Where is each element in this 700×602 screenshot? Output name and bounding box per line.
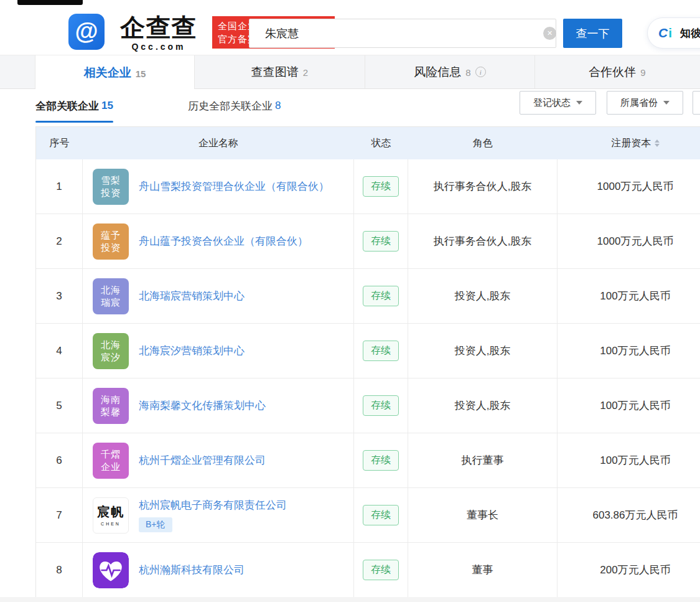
logo-line1: 北海 <box>101 284 121 296</box>
logo-glyph: @ <box>75 19 98 43</box>
company-cell: 蕴予投资舟山蕴予投资合伙企业（有限合伙） <box>83 214 354 268</box>
status-badge: 存续 <box>363 341 399 361</box>
header-status: 状态 <box>354 137 408 150</box>
tab-count: 2 <box>303 67 308 78</box>
capital-cell: 200万元人民币 <box>558 543 700 597</box>
clear-search-icon[interactable]: ✕ <box>543 27 556 40</box>
site-header: @ 企查查 Qcc.com 全国企业信用查询系统 官方备案企业征信机构 ✕ 查一… <box>0 5 700 55</box>
company-cell: 雪梨投资舟山雪梨投资管理合伙企业（有限合伙） <box>83 159 354 214</box>
company-link[interactable]: 北海宸汐营销策划中心 <box>139 344 245 358</box>
qcc-logo-icon[interactable]: @ <box>68 14 105 50</box>
role-cell: 董事长 <box>408 488 558 542</box>
company-link[interactable]: 杭州千熠企业管理有限公司 <box>139 453 266 468</box>
subtab-label: 历史全部关联企业 <box>188 99 273 113</box>
table-body: 1雪梨投资舟山雪梨投资管理合伙企业（有限合伙）存续执行事务合伙人,股东1000万… <box>36 159 700 598</box>
search-input[interactable] <box>249 19 556 48</box>
index-cell: 3 <box>36 269 83 323</box>
subtab-history-related[interactable]: 历史全部关联企业 8 <box>188 89 281 123</box>
assistant-ci-icon: Ci <box>655 23 675 43</box>
active-underline <box>35 121 113 123</box>
status-cell: 存续 <box>354 324 408 378</box>
tab-count: 8 <box>465 67 470 78</box>
capital-cell: 100万元人民币 <box>558 324 700 378</box>
role-cell: 投资人,股东 <box>408 324 558 378</box>
tab-related-companies[interactable]: 相关企业 15 <box>35 55 195 90</box>
companies-table: 序号 企业名称 状态 角色 注册资本 1雪梨投资舟山雪梨投资管理合伙企业（有限合… <box>35 126 700 598</box>
status-badge: 存续 <box>363 286 399 306</box>
tabbar-spacer <box>0 55 35 88</box>
table-row: 4北海宸汐北海宸汐营销策划中心存续投资人,股东100万元人民币 <box>36 324 700 379</box>
capital-cell: 1000万元人民币 <box>558 159 700 214</box>
brand[interactable]: 企查查 Qcc.com <box>112 14 205 52</box>
tab-label: 查查图谱 <box>251 64 299 80</box>
table-row: 5海南梨馨海南梨馨文化传播策划中心存续投资人,股东100万元人民币 <box>36 379 700 433</box>
table-row: 6千熠企业杭州千熠企业管理有限公司存续执行董事100万元人民币 <box>36 433 700 488</box>
company-link[interactable]: 杭州瀚斯科技有限公司 <box>139 563 245 577</box>
company-link[interactable]: 舟山蕴予投资合伙企业（有限合伙） <box>139 234 308 248</box>
capital-cell: 1000万元人民币 <box>558 214 700 268</box>
status-cell: 存续 <box>354 488 408 542</box>
logo-line1: 北海 <box>101 339 121 351</box>
subtab-all-related[interactable]: 全部关联企业 15 <box>35 89 113 123</box>
header-index: 序号 <box>36 137 83 150</box>
company-cell: 千熠企业杭州千熠企业管理有限公司 <box>83 433 354 487</box>
index-cell: 6 <box>36 433 83 487</box>
company-link[interactable]: 舟山雪梨投资管理合伙企业（有限合伙） <box>139 179 329 194</box>
status-cell: 存续 <box>354 159 408 214</box>
tab-risk-info[interactable]: 风险信息 8 i <box>365 55 535 88</box>
logo-line2: 瑞宸 <box>101 296 121 309</box>
tab-partners[interactable]: 合作伙伴 9 <box>535 55 699 88</box>
company-link[interactable]: 杭州宸帆电子商务有限责任公司 <box>139 498 287 512</box>
company-logo: 蕴予投资 <box>93 223 129 260</box>
company-cell: 宸帆CHEN杭州宸帆电子商务有限责任公司B+轮 <box>83 488 354 542</box>
company-logo-heart-icon <box>93 552 129 588</box>
funding-round-badge[interactable]: B+轮 <box>139 517 172 532</box>
index-cell: 4 <box>36 324 83 378</box>
filter-label: 登记状态 <box>533 97 571 109</box>
company-cell: 海南梨馨海南梨馨文化传播策划中心 <box>83 379 354 433</box>
table-row: 8杭州瀚斯科技有限公司存续董事200万元人民币 <box>36 543 700 598</box>
subtab-label: 全部关联企业 <box>35 99 99 113</box>
capital-cell: 100万元人民币 <box>558 379 700 433</box>
status-badge: 存续 <box>363 395 399 416</box>
tab-count: 15 <box>136 68 146 79</box>
table-header: 序号 企业名称 状态 角色 注册资本 <box>36 127 700 159</box>
table-row: 7宸帆CHEN杭州宸帆电子商务有限责任公司B+轮存续董事长603.86万元人民币 <box>36 488 700 543</box>
tab-label: 风险信息 <box>414 64 461 80</box>
status-cell: 存续 <box>354 379 408 433</box>
filter-more-cutoff[interactable] <box>693 91 700 115</box>
tab-chacha-graph[interactable]: 查查图谱 2 <box>195 55 365 88</box>
logo-line1: 海南 <box>101 393 121 406</box>
index-cell: 1 <box>36 159 83 214</box>
info-icon[interactable]: i <box>475 67 486 77</box>
status-badge: 存续 <box>363 505 399 525</box>
company-logo: 宸帆CHEN <box>93 497 129 534</box>
filter-province[interactable]: 所属省份 <box>607 91 683 115</box>
logo-text: 宸帆 <box>97 504 124 520</box>
header-capital-label: 注册资本 <box>612 137 651 150</box>
search-button[interactable]: 查一下 <box>563 19 622 48</box>
company-cell: 杭州瀚斯科技有限公司 <box>83 543 354 597</box>
header-role: 角色 <box>408 137 558 150</box>
role-cell: 执行事务合伙人,股东 <box>408 159 558 214</box>
sort-icon[interactable] <box>655 139 660 147</box>
company-link[interactable]: 北海瑞宸营销策划中心 <box>139 289 245 303</box>
assistant-entry[interactable]: Ci 知彼 <box>647 17 700 49</box>
index-cell: 5 <box>36 379 83 433</box>
index-cell: 7 <box>36 488 83 542</box>
assistant-label: 知彼 <box>680 26 700 40</box>
role-cell: 执行董事 <box>408 433 558 487</box>
company-link[interactable]: 海南梨馨文化传播策划中心 <box>139 398 266 413</box>
filter-label: 所属省份 <box>620 97 658 109</box>
chevron-down-icon <box>663 101 670 105</box>
company-logo: 千熠企业 <box>93 443 129 479</box>
role-cell: 董事 <box>408 543 558 597</box>
status-cell: 存续 <box>354 269 408 323</box>
role-cell: 执行事务合伙人,股东 <box>408 214 558 268</box>
filter-registration-status[interactable]: 登记状态 <box>520 91 596 115</box>
table-row: 3北海瑞宸北海瑞宸营销策划中心存续投资人,股东100万元人民币 <box>36 269 700 324</box>
company-logo: 雪梨投资 <box>93 169 129 205</box>
role-cell: 投资人,股东 <box>408 379 558 433</box>
logo-line1: 蕴予 <box>101 229 121 242</box>
company-logo: 北海宸汐 <box>93 333 129 369</box>
